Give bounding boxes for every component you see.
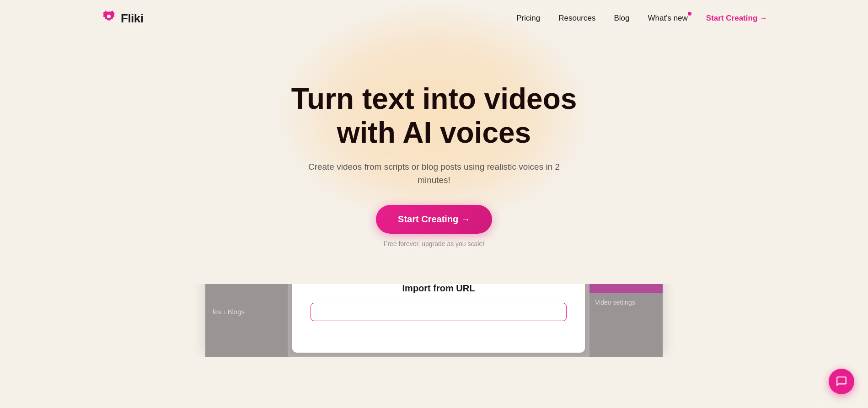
preview-breadcrumb: les › Blogs [213, 308, 245, 316]
preview-right-panel: Video settings [589, 284, 663, 357]
hero-start-creating-button[interactable]: Start Creating → [376, 205, 492, 234]
preview-right-top-bar [589, 284, 663, 293]
preview-url-input[interactable] [311, 303, 567, 321]
nav-resources[interactable]: Resources [558, 14, 595, 23]
bottom-preview: les › Blogs Import from URL Video settin… [0, 284, 868, 357]
nav-pricing[interactable]: Pricing [516, 14, 540, 23]
hero-section: Turn text into videos with AI voices Cre… [0, 37, 868, 247]
preview-left-panel: les › Blogs [205, 284, 288, 357]
logo[interactable]: Fliki [101, 10, 144, 27]
preview-window: les › Blogs Import from URL Video settin… [205, 284, 663, 357]
nav-whats-new[interactable]: What's new [648, 14, 688, 23]
header: Fliki Pricing Resources Blog What's new … [0, 0, 868, 37]
hero-free-text: Free forever, upgrade as you scale! [384, 240, 484, 247]
preview-right-label: Video settings [589, 293, 663, 311]
preview-modal-title: Import from URL [402, 284, 475, 294]
navigation: Pricing Resources Blog What's new Start … [516, 14, 767, 23]
preview-modal: Import from URL [292, 284, 585, 353]
chat-button[interactable] [829, 369, 854, 394]
whats-new-badge [688, 12, 691, 16]
svg-point-0 [107, 15, 111, 18]
logo-text: Fliki [121, 11, 144, 26]
hero-title: Turn text into videos with AI voices [291, 82, 577, 150]
nav-blog[interactable]: Blog [614, 14, 629, 23]
fliki-logo-icon [101, 10, 117, 27]
chat-icon [836, 376, 847, 387]
hero-subtitle: Create videos from scripts or blog posts… [297, 161, 571, 187]
nav-start-creating[interactable]: Start Creating → [706, 14, 767, 23]
